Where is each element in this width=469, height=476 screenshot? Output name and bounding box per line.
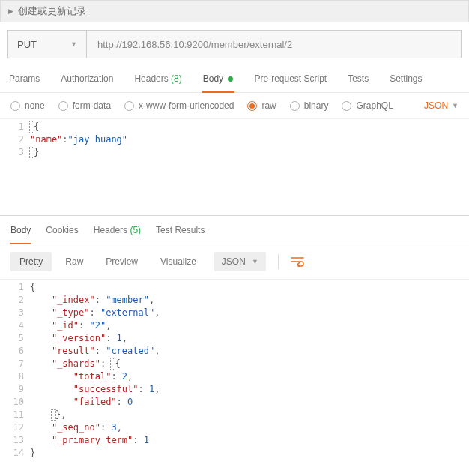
- tab-settings[interactable]: Settings: [388, 66, 423, 92]
- response-lang-value: JSON: [222, 256, 246, 267]
- resp-tab-headers-label: Headers: [94, 225, 127, 235]
- tab-headers-label: Headers: [134, 73, 168, 84]
- tab-headers[interactable]: Headers (8): [133, 66, 183, 92]
- line-gutter: 123: [0, 119, 30, 215]
- view-preview[interactable]: Preview: [97, 252, 147, 271]
- tab-body-label: Body: [203, 73, 223, 84]
- radio-icon: [124, 101, 134, 111]
- radio-icon: [290, 101, 300, 111]
- panel-title: ▶ 创建或更新记录: [0, 0, 469, 22]
- request-body-editor[interactable]: 123 { "name":"jay huang" }: [0, 118, 469, 216]
- body-type-formdata[interactable]: form-data: [58, 100, 111, 111]
- radio-label: binary: [304, 100, 329, 111]
- url-input[interactable]: http://192.168.56.10:9200/member/externa…: [87, 31, 461, 58]
- radio-icon: [10, 101, 20, 111]
- dropdown-arrow-icon: ▼: [252, 258, 258, 265]
- body-modified-dot-icon: [228, 76, 233, 82]
- radio-label: GraphQL: [356, 100, 393, 111]
- body-type-graphql[interactable]: GraphQL: [342, 100, 393, 111]
- resp-tab-headers[interactable]: Headers (5): [94, 225, 141, 244]
- resp-tab-cookies[interactable]: Cookies: [46, 225, 78, 244]
- line-gutter: 1234567891011121314: [0, 280, 30, 461]
- response-view-bar: Pretty Raw Preview Visualize JSON ▼: [0, 244, 469, 279]
- http-method-value: PUT: [17, 39, 37, 50]
- line-wrap-icon[interactable]: [291, 256, 304, 267]
- tab-pre-request[interactable]: Pre-request Script: [252, 66, 328, 92]
- http-method-select[interactable]: PUT ▼: [8, 31, 87, 58]
- dropdown-arrow-icon: ▼: [452, 102, 459, 109]
- view-visualize[interactable]: Visualize: [151, 252, 205, 271]
- request-row: PUT ▼ http://192.168.56.10:9200/member/e…: [7, 30, 462, 58]
- resp-tab-headers-count: (5): [130, 225, 141, 235]
- panel-title-text: 创建或更新记录: [18, 4, 86, 18]
- body-type-urlencoded[interactable]: x-www-form-urlencoded: [124, 100, 234, 111]
- response-body-editor[interactable]: 1234567891011121314 { "_index": "member"…: [0, 279, 469, 461]
- response-lang-select[interactable]: JSON ▼: [214, 252, 266, 271]
- resp-tab-results[interactable]: Test Results: [156, 225, 205, 244]
- view-pretty[interactable]: Pretty: [10, 252, 52, 271]
- tab-authorization[interactable]: Authorization: [59, 66, 115, 92]
- radio-label: none: [25, 100, 45, 111]
- radio-icon: [247, 101, 257, 111]
- code-area[interactable]: { "_index": "member", "_type": "external…: [30, 280, 469, 461]
- request-tabs: Params Authorization Headers (8) Body Pr…: [0, 66, 469, 93]
- body-type-raw[interactable]: raw: [247, 100, 276, 111]
- tab-tests[interactable]: Tests: [346, 66, 370, 92]
- code-area[interactable]: { "name":"jay huang" }: [30, 119, 469, 215]
- resp-tab-body[interactable]: Body: [10, 225, 31, 244]
- response-tabs: Body Cookies Headers (5) Test Results: [0, 216, 469, 244]
- dropdown-arrow-icon: ▼: [70, 40, 77, 48]
- body-type-none[interactable]: none: [10, 100, 45, 111]
- body-type-binary[interactable]: binary: [290, 100, 329, 111]
- radio-icon: [342, 101, 351, 111]
- url-value: http://192.168.56.10:9200/member/externa…: [97, 39, 292, 50]
- body-type-row: none form-data x-www-form-urlencoded raw…: [0, 93, 469, 118]
- divider: [278, 254, 279, 269]
- collapse-arrow-icon[interactable]: ▶: [8, 7, 13, 15]
- tab-body[interactable]: Body: [202, 66, 235, 93]
- tab-headers-count: (8): [171, 73, 182, 84]
- radio-label: x-www-form-urlencoded: [139, 100, 234, 111]
- radio-icon: [58, 101, 68, 111]
- content-type-select[interactable]: JSON ▼: [424, 100, 459, 111]
- tab-params[interactable]: Params: [7, 66, 41, 92]
- radio-label: raw: [261, 100, 276, 111]
- radio-label: form-data: [73, 100, 111, 111]
- content-type-value: JSON: [424, 100, 448, 111]
- view-raw[interactable]: Raw: [56, 252, 92, 271]
